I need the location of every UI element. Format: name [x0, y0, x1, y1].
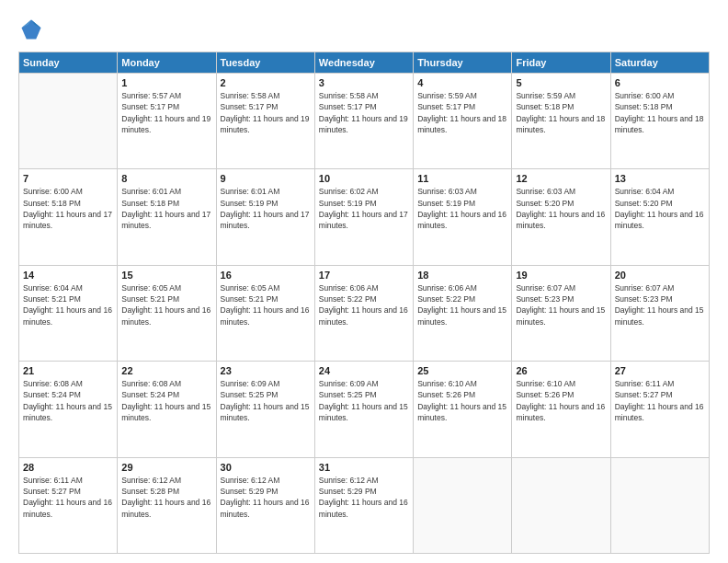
calendar-cell: 28Sunrise: 6:11 AMSunset: 5:27 PMDayligh…	[19, 457, 118, 553]
day-info: Sunrise: 6:02 AMSunset: 5:19 PMDaylight:…	[319, 186, 409, 231]
sunset-text: Sunset: 5:23 PM	[615, 294, 673, 304]
calendar-cell: 12Sunrise: 6:03 AMSunset: 5:20 PMDayligh…	[512, 169, 610, 265]
day-number: 15	[121, 270, 211, 281]
sunrise-text: Sunrise: 6:05 AM	[221, 283, 280, 293]
weekday-header-tuesday: Tuesday	[216, 52, 314, 74]
sunrise-text: Sunrise: 5:59 AM	[417, 91, 477, 100]
daylight-text: Daylight: 11 hours and 17 minutes.	[319, 210, 408, 230]
weekday-header-friday: Friday	[512, 52, 610, 74]
calendar-cell	[19, 74, 118, 169]
day-info: Sunrise: 6:12 AMSunset: 5:28 PMDaylight:…	[121, 475, 211, 520]
daylight-text: Daylight: 11 hours and 18 minutes.	[615, 114, 704, 134]
sunset-text: Sunset: 5:29 PM	[319, 487, 377, 496]
sunrise-text: Sunrise: 6:01 AM	[221, 187, 280, 196]
day-number: 19	[516, 270, 606, 281]
calendar-cell: 5Sunrise: 5:59 AMSunset: 5:18 PMDaylight…	[512, 74, 610, 169]
day-info: Sunrise: 5:57 AMSunset: 5:17 PMDaylight:…	[121, 90, 211, 135]
day-number: 9	[221, 173, 311, 184]
daylight-text: Daylight: 11 hours and 15 minutes.	[221, 402, 310, 422]
sunrise-text: Sunrise: 6:07 AM	[615, 283, 675, 293]
daylight-text: Daylight: 11 hours and 16 minutes.	[615, 210, 704, 230]
daylight-text: Daylight: 11 hours and 18 minutes.	[516, 114, 605, 134]
day-number: 20	[615, 270, 705, 281]
sunrise-text: Sunrise: 5:58 AM	[221, 91, 280, 100]
calendar-cell: 30Sunrise: 6:12 AMSunset: 5:29 PMDayligh…	[216, 457, 314, 553]
day-info: Sunrise: 6:10 AMSunset: 5:26 PMDaylight:…	[516, 378, 606, 423]
day-number: 23	[221, 365, 311, 376]
sunset-text: Sunset: 5:18 PM	[615, 102, 673, 111]
day-info: Sunrise: 6:10 AMSunset: 5:26 PMDaylight:…	[417, 378, 507, 423]
day-info: Sunrise: 6:08 AMSunset: 5:24 PMDaylight:…	[23, 378, 113, 423]
day-number: 25	[417, 365, 507, 376]
day-info: Sunrise: 6:11 AMSunset: 5:27 PMDaylight:…	[23, 475, 113, 520]
sunset-text: Sunset: 5:27 PM	[23, 487, 81, 496]
sunset-text: Sunset: 5:21 PM	[23, 294, 81, 304]
daylight-text: Daylight: 11 hours and 16 minutes.	[221, 498, 310, 518]
daylight-text: Daylight: 11 hours and 16 minutes.	[23, 498, 112, 518]
sunset-text: Sunset: 5:26 PM	[417, 390, 475, 399]
calendar-cell: 2Sunrise: 5:58 AMSunset: 5:17 PMDaylight…	[216, 74, 314, 169]
calendar-cell: 24Sunrise: 6:09 AMSunset: 5:25 PMDayligh…	[314, 362, 413, 457]
calendar-cell: 1Sunrise: 5:57 AMSunset: 5:17 PMDaylight…	[118, 74, 216, 169]
daylight-text: Daylight: 11 hours and 16 minutes.	[417, 210, 506, 230]
day-number: 21	[23, 365, 113, 376]
weekday-header-saturday: Saturday	[610, 52, 709, 74]
sunrise-text: Sunrise: 6:03 AM	[417, 187, 477, 196]
daylight-text: Daylight: 11 hours and 15 minutes.	[417, 305, 506, 326]
calendar-table: SundayMondayTuesdayWednesdayThursdayFrid…	[18, 52, 710, 554]
day-info: Sunrise: 5:58 AMSunset: 5:17 PMDaylight:…	[319, 90, 409, 135]
calendar-cell: 15Sunrise: 6:05 AMSunset: 5:21 PMDayligh…	[118, 265, 216, 361]
sunrise-text: Sunrise: 6:10 AM	[417, 379, 477, 388]
day-info: Sunrise: 6:12 AMSunset: 5:29 PMDaylight:…	[221, 475, 311, 520]
daylight-text: Daylight: 11 hours and 15 minutes.	[615, 305, 704, 326]
calendar-cell: 23Sunrise: 6:09 AMSunset: 5:25 PMDayligh…	[216, 362, 314, 457]
sunset-text: Sunset: 5:20 PM	[615, 199, 673, 208]
day-info: Sunrise: 6:04 AMSunset: 5:20 PMDaylight:…	[615, 186, 705, 231]
calendar-cell: 26Sunrise: 6:10 AMSunset: 5:26 PMDayligh…	[512, 362, 610, 457]
logo-icon	[18, 17, 44, 42]
daylight-text: Daylight: 11 hours and 19 minutes.	[319, 114, 408, 134]
day-number: 16	[221, 270, 311, 281]
sunrise-text: Sunrise: 5:58 AM	[319, 91, 379, 100]
sunset-text: Sunset: 5:19 PM	[417, 199, 475, 208]
day-info: Sunrise: 6:03 AMSunset: 5:20 PMDaylight:…	[516, 186, 606, 231]
day-number: 22	[121, 365, 211, 376]
day-info: Sunrise: 5:59 AMSunset: 5:18 PMDaylight:…	[516, 90, 606, 135]
day-info: Sunrise: 5:59 AMSunset: 5:17 PMDaylight:…	[417, 90, 507, 135]
calendar-cell: 3Sunrise: 5:58 AMSunset: 5:17 PMDaylight…	[314, 74, 413, 169]
sunrise-text: Sunrise: 6:10 AM	[516, 379, 575, 388]
day-number: 27	[615, 365, 705, 376]
daylight-text: Daylight: 11 hours and 17 minutes.	[221, 210, 310, 230]
sunset-text: Sunset: 5:19 PM	[221, 199, 279, 208]
day-info: Sunrise: 6:05 AMSunset: 5:21 PMDaylight:…	[221, 282, 311, 327]
calendar-week-row: 21Sunrise: 6:08 AMSunset: 5:24 PMDayligh…	[19, 362, 710, 457]
day-info: Sunrise: 5:58 AMSunset: 5:17 PMDaylight:…	[221, 90, 311, 135]
day-info: Sunrise: 6:09 AMSunset: 5:25 PMDaylight:…	[319, 378, 409, 423]
day-number: 2	[221, 77, 311, 88]
day-info: Sunrise: 6:08 AMSunset: 5:24 PMDaylight:…	[121, 378, 211, 423]
sunrise-text: Sunrise: 6:08 AM	[121, 379, 181, 388]
day-number: 5	[516, 77, 606, 88]
calendar-cell	[414, 457, 512, 553]
calendar-cell	[610, 457, 709, 553]
calendar-cell: 17Sunrise: 6:06 AMSunset: 5:22 PMDayligh…	[314, 265, 413, 361]
calendar-cell: 16Sunrise: 6:05 AMSunset: 5:21 PMDayligh…	[216, 265, 314, 361]
daylight-text: Daylight: 11 hours and 15 minutes.	[516, 305, 605, 326]
sunset-text: Sunset: 5:22 PM	[319, 294, 377, 304]
daylight-text: Daylight: 11 hours and 16 minutes.	[221, 305, 310, 326]
day-number: 8	[121, 173, 211, 184]
day-number: 11	[417, 173, 507, 184]
daylight-text: Daylight: 11 hours and 19 minutes.	[121, 114, 210, 134]
calendar-cell: 6Sunrise: 6:00 AMSunset: 5:18 PMDaylight…	[610, 74, 709, 169]
daylight-text: Daylight: 11 hours and 15 minutes.	[23, 402, 112, 422]
sunset-text: Sunset: 5:24 PM	[121, 390, 179, 399]
sunset-text: Sunset: 5:22 PM	[417, 294, 475, 304]
sunset-text: Sunset: 5:19 PM	[319, 199, 377, 208]
day-number: 13	[615, 173, 705, 184]
logo	[18, 17, 48, 42]
sunset-text: Sunset: 5:25 PM	[319, 390, 377, 399]
sunrise-text: Sunrise: 5:59 AM	[516, 91, 575, 100]
calendar-cell: 20Sunrise: 6:07 AMSunset: 5:23 PMDayligh…	[610, 265, 709, 361]
daylight-text: Daylight: 11 hours and 16 minutes.	[319, 305, 408, 326]
sunrise-text: Sunrise: 5:57 AM	[121, 91, 181, 100]
